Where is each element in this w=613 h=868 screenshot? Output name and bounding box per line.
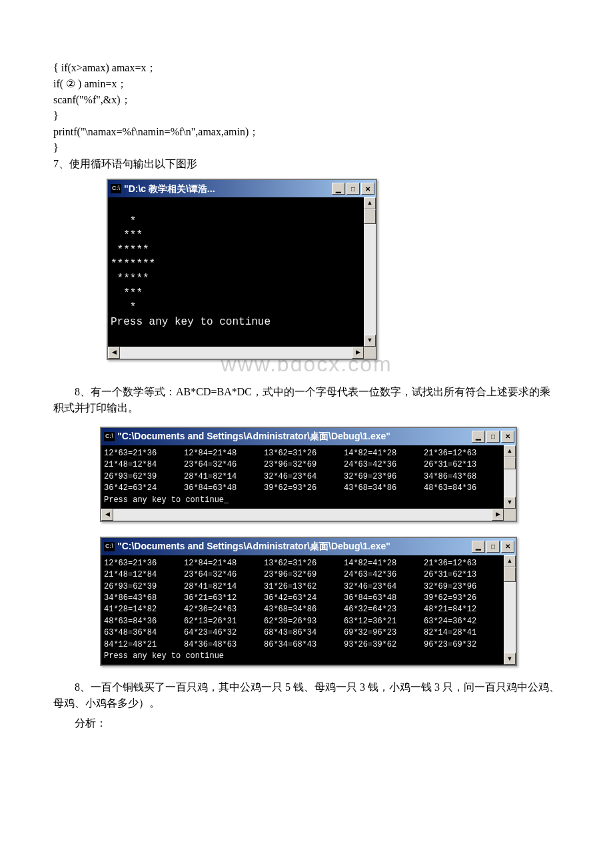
resize-grip[interactable] xyxy=(504,509,516,521)
horizontal-scrollbar[interactable]: ◀ ▶ xyxy=(101,509,504,521)
output-line: * xyxy=(111,301,136,313)
output-row: 21*48=12*8423*64=32*4623*96=32*6924*63=4… xyxy=(104,569,504,581)
hscroll-track[interactable] xyxy=(120,347,352,359)
scroll-left-button[interactable]: ◀ xyxy=(101,509,113,521)
output-row: 36*42=63*2436*84=63*4839*62=93*2643*68=3… xyxy=(104,483,504,494)
output-row: 26*93=62*3928*41=82*1431*26=13*6232*46=2… xyxy=(104,581,504,593)
cmd-icon: C:\ xyxy=(104,432,115,441)
console-window-3: C:\ "C:\Documents and Settings\Administr… xyxy=(100,537,517,667)
output-row: 12*63=21*3612*84=21*4813*62=31*2614*82=4… xyxy=(104,448,504,459)
titlebar: C:\ "C:\Documents and Settings\Administr… xyxy=(101,428,516,445)
scroll-right-button[interactable]: ▶ xyxy=(492,509,504,521)
output-row: 84*12=48*2184*36=48*6386*34=68*4393*26=3… xyxy=(104,639,504,651)
scroll-thumb[interactable] xyxy=(504,457,516,469)
vertical-scrollbar[interactable]: ▲ ▼ xyxy=(504,555,516,665)
output-line: ***** xyxy=(111,273,149,285)
scroll-down-button[interactable]: ▼ xyxy=(504,497,516,509)
scroll-left-button[interactable]: ◀ xyxy=(108,347,120,359)
horizontal-scrollbar[interactable]: ◀ ▶ xyxy=(108,347,364,359)
window-title: "C:\Documents and Settings\Administrator… xyxy=(117,429,470,443)
cmd-icon: C:\ xyxy=(111,184,121,193)
scroll-track[interactable] xyxy=(504,567,516,653)
maximize-button[interactable]: □ xyxy=(486,431,500,443)
output-row: 63*48=36*8464*23=46*3268*43=86*3469*32=9… xyxy=(104,627,504,639)
code-line: printf("\namax=%f\namin=%f\n",amax,amin)… xyxy=(53,124,560,140)
minimize-button[interactable]: ▁ xyxy=(472,541,485,553)
code-line: } xyxy=(53,140,560,156)
minimize-button[interactable]: ▁ xyxy=(332,183,345,195)
hscroll-track[interactable] xyxy=(113,509,492,521)
close-button[interactable]: ✕ xyxy=(361,183,374,195)
scroll-up-button[interactable]: ▲ xyxy=(504,445,516,457)
vertical-scrollbar[interactable]: ▲ ▼ xyxy=(504,445,516,509)
output-line: * xyxy=(111,215,136,227)
output-line: Press any key to continue_ xyxy=(104,495,504,506)
code-line: } xyxy=(53,108,560,124)
window-title: "C:\Documents and Settings\Administrator… xyxy=(117,539,470,553)
resize-grip[interactable] xyxy=(364,347,376,359)
scroll-down-button[interactable]: ▼ xyxy=(364,335,376,347)
scroll-up-button[interactable]: ▲ xyxy=(504,555,516,567)
code-line: scanf("%f",&x)； xyxy=(53,92,560,108)
question-7: 7、使用循环语句输出以下图形 xyxy=(53,156,560,172)
maximize-button[interactable]: □ xyxy=(346,183,360,195)
console-window-1: C:\ "D:\c 教学相关\谭浩... ▁ □ ✕ * *** ***** *… xyxy=(107,179,377,360)
maximize-button[interactable]: □ xyxy=(486,541,500,553)
output-row: 21*48=12*8423*64=32*4623*96=32*6924*63=4… xyxy=(104,459,504,471)
output-line: Press any key to continue xyxy=(111,316,271,328)
scroll-track[interactable] xyxy=(364,209,376,335)
output-line: *** xyxy=(111,229,143,241)
cmd-icon: C:\ xyxy=(104,542,115,551)
output-line: Press any key to continue xyxy=(104,651,504,662)
code-line: if( ② ) amin=x； xyxy=(53,76,560,92)
titlebar: C:\ "C:\Documents and Settings\Administr… xyxy=(101,538,516,555)
code-line: { if(x>amax) amax=x； xyxy=(53,60,560,76)
scroll-down-button[interactable]: ▼ xyxy=(504,653,516,665)
output-line: *** xyxy=(111,287,143,299)
titlebar: C:\ "D:\c 教学相关\谭浩... ▁ □ ✕ xyxy=(108,180,376,197)
console-output: 12*63=21*3612*84=21*4813*62=31*2614*82=4… xyxy=(101,555,504,665)
scroll-thumb[interactable] xyxy=(364,209,376,224)
console-window-2: C:\ "C:\Documents and Settings\Administr… xyxy=(100,427,517,522)
scroll-thumb[interactable] xyxy=(504,567,516,582)
output-row: 26*93=62*3928*41=82*1432*46=23*6432*69=2… xyxy=(104,471,504,483)
close-button[interactable]: ✕ xyxy=(501,541,514,553)
output-row: 48*63=84*3662*13=26*3162*39=26*9363*12=3… xyxy=(104,616,504,627)
output-line: ***** xyxy=(111,244,149,256)
output-row: 12*63=21*3612*84=21*4813*62=31*2614*82=4… xyxy=(104,558,504,569)
question-8b: 8、一百个铜钱买了一百只鸡，其中公鸡一只 5 钱、母鸡一只 3 钱，小鸡一钱 3… xyxy=(53,679,560,711)
output-row: 34*86=43*6836*21=63*1236*42=63*2436*84=6… xyxy=(104,593,504,604)
output-line: ******* xyxy=(111,258,155,270)
window-title: "D:\c 教学相关\谭浩... xyxy=(124,182,330,196)
close-button[interactable]: ✕ xyxy=(501,431,514,443)
scroll-up-button[interactable]: ▲ xyxy=(364,197,376,209)
minimize-button[interactable]: ▁ xyxy=(472,431,485,443)
console-output: * *** ***** ******* ***** *** * Press an… xyxy=(108,197,364,347)
scroll-right-button[interactable]: ▶ xyxy=(352,347,364,359)
console-output: 12*63=21*3612*84=21*4813*62=31*2614*82=4… xyxy=(101,445,504,509)
question-8a: 8、有一个数学等式：AB*CD=BA*DC，式中的一个字母代表一位数字，试找出所… xyxy=(53,384,560,416)
scroll-track[interactable] xyxy=(504,457,516,497)
analysis-label: 分析： xyxy=(53,715,560,731)
vertical-scrollbar[interactable]: ▲ ▼ xyxy=(364,197,376,347)
output-row: 41*28=14*8242*36=24*6343*68=34*8646*32=6… xyxy=(104,604,504,615)
